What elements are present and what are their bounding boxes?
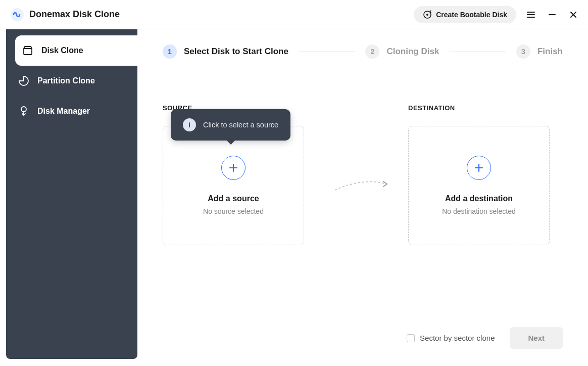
info-icon: i [183, 118, 196, 131]
checkbox-label: Sector by sector clone [420, 334, 495, 342]
checkbox-icon [407, 334, 415, 342]
step-2-label: Cloning Disk [386, 47, 439, 57]
step-1-number: 1 [163, 44, 177, 59]
close-button[interactable] [569, 10, 578, 19]
close-icon [570, 11, 577, 18]
app-logo-icon [10, 8, 24, 22]
step-2: 2 Cloning Disk [365, 44, 439, 59]
svg-point-9 [21, 107, 26, 112]
main-content: 1 Select Disk to Start Clone 2 Cloning D… [137, 29, 588, 366]
create-bootable-disk-label: Create Bootable Disk [436, 11, 507, 19]
disk-manager-icon [18, 106, 29, 117]
transfer-arrow [317, 124, 408, 245]
next-button[interactable]: Next [510, 327, 563, 349]
add-destination-icon [467, 156, 491, 180]
footer: Sector by sector clone Next [407, 327, 563, 349]
step-2-number: 2 [365, 44, 379, 59]
destination-heading: DESTINATION [408, 104, 563, 112]
arrow-icon [332, 175, 393, 195]
plus-icon [474, 163, 483, 172]
minimize-button[interactable] [548, 10, 557, 19]
disk-icon [423, 10, 432, 19]
sidebar-item-label: Partition Clone [37, 76, 95, 85]
destination-section: DESTINATION Add a destination No destina… [408, 104, 563, 245]
step-1-label: Select Disk to Start Clone [184, 47, 288, 57]
menu-button[interactable] [526, 10, 535, 19]
sidebar: Disk Clone Partition Clone Disk Manager [6, 29, 137, 359]
sidebar-item-disk-clone[interactable]: Disk Clone [15, 35, 137, 66]
sidebar-item-label: Disk Clone [41, 46, 83, 55]
step-3-label: Finish [537, 47, 563, 57]
destination-drop-zone[interactable]: Add a destination No destination selecte… [408, 126, 550, 245]
step-indicator: 1 Select Disk to Start Clone 2 Cloning D… [163, 44, 563, 59]
window-controls [526, 10, 578, 19]
menu-icon [527, 11, 535, 18]
sector-by-sector-checkbox[interactable]: Sector by sector clone [407, 334, 495, 342]
sidebar-item-disk-manager[interactable]: Disk Manager [6, 96, 137, 126]
titlebar: Donemax Disk Clone Create Bootable Disk [0, 0, 588, 29]
source-section: SOURCE i Click to select a source Add a … [163, 104, 317, 245]
create-bootable-disk-button[interactable]: Create Bootable Disk [414, 6, 516, 23]
sidebar-item-label: Disk Manager [37, 107, 90, 116]
app-title: Donemax Disk Clone [29, 9, 414, 20]
sidebar-item-partition-clone[interactable]: Partition Clone [6, 66, 137, 96]
svg-point-2 [426, 14, 428, 16]
step-divider [449, 52, 506, 52]
step-3-number: 3 [516, 44, 530, 59]
step-3: 3 Finish [516, 44, 563, 59]
source-zone-sub: No source selected [203, 207, 264, 215]
step-divider [299, 52, 356, 52]
plus-icon [229, 163, 238, 172]
source-drop-zone[interactable]: i Click to select a source Add a source … [163, 126, 304, 245]
minimize-icon [549, 11, 556, 18]
source-tooltip: i Click to select a source [171, 109, 290, 141]
destination-zone-title: Add a destination [445, 194, 513, 203]
add-source-icon [221, 156, 246, 180]
disk-clone-icon [22, 45, 33, 56]
destination-zone-sub: No destination selected [442, 207, 516, 215]
tooltip-text: Click to select a source [203, 121, 278, 129]
step-1: 1 Select Disk to Start Clone [163, 44, 288, 59]
source-zone-title: Add a source [208, 194, 259, 203]
partition-clone-icon [18, 75, 29, 86]
